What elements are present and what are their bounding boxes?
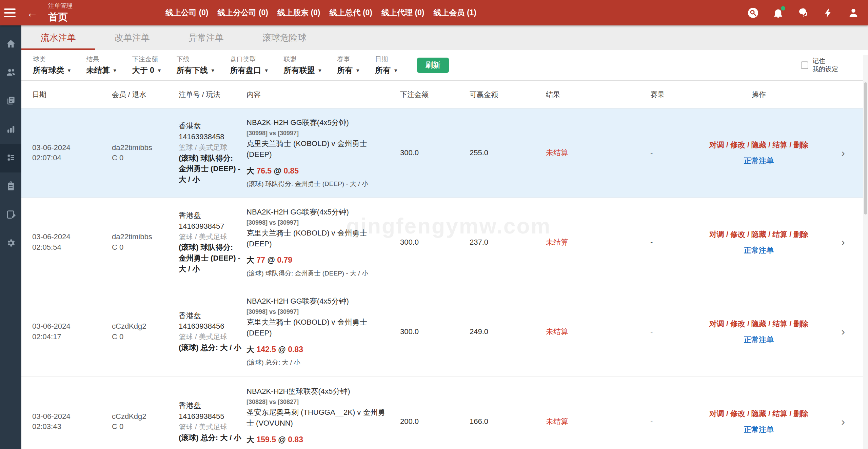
column-header-3: 内容 xyxy=(245,90,394,99)
sidebar-item-book-edit[interactable] xyxy=(0,201,21,229)
notification-dot xyxy=(781,6,785,11)
action-normal-bet[interactable]: 正常注单 xyxy=(744,155,774,166)
action-修改[interactable]: 修改 xyxy=(730,141,745,149)
bell-icon[interactable] xyxy=(772,7,784,19)
action-结算[interactable]: 结算 xyxy=(772,141,787,149)
sidebar-item-gear[interactable] xyxy=(0,229,21,258)
action-对调[interactable]: 对调 xyxy=(709,409,724,418)
search-icon[interactable] xyxy=(747,7,759,19)
nav-item-3[interactable]: 线上总代 (0) xyxy=(330,7,373,18)
column-header-4: 下注金额 xyxy=(394,90,466,99)
action-对调[interactable]: 对调 xyxy=(709,230,724,239)
row-expand-chevron[interactable]: › xyxy=(818,147,868,159)
action-修改[interactable]: 修改 xyxy=(730,320,745,328)
bet-content: NBA2K-H2H GG联赛(4x5分钟) [30998] vs [30997]… xyxy=(245,287,394,376)
row-actions: 对调/修改/隐藏/结算/删除正常注单 xyxy=(699,139,818,166)
win-amount: 249.0 xyxy=(466,327,537,336)
column-header-8: 操作 xyxy=(699,90,818,99)
action-隐藏[interactable]: 隐藏 xyxy=(751,320,766,328)
chat-icon[interactable] xyxy=(797,7,809,19)
hamburger-menu-icon[interactable] xyxy=(4,8,16,17)
stake-amount: 200.0 xyxy=(394,417,466,426)
tab-bar: 流水注单改单注单异常注单滚球危险球 xyxy=(21,25,868,50)
action-删除[interactable]: 删除 xyxy=(793,409,808,418)
filter-7[interactable]: 日期 所有▼ xyxy=(375,55,398,76)
win-amount: 237.0 xyxy=(466,238,537,247)
filter-2[interactable]: 下注金额 大于 0▼ xyxy=(132,55,162,76)
users-icon xyxy=(6,67,16,79)
filter-4[interactable]: 盘口类型 所有盘口▼ xyxy=(230,55,269,76)
action-隐藏[interactable]: 隐藏 xyxy=(751,409,766,418)
match-score: - xyxy=(625,238,699,247)
gear-icon xyxy=(6,238,16,249)
bet-date: 03-06-202402:07:04 xyxy=(21,143,106,164)
filter-5[interactable]: 联盟 所有联盟▼ xyxy=(283,55,322,76)
sidebar-item-ballot[interactable] xyxy=(0,144,21,172)
action-隐藏[interactable]: 隐藏 xyxy=(751,230,766,239)
tab-0[interactable]: 流水注单 xyxy=(21,25,95,50)
breadcrumb: 注单管理 xyxy=(48,2,73,10)
flash-icon[interactable] xyxy=(823,7,834,19)
bets-table: 日期会员 / 退水注单号 / 玩法内容下注金额可赢金额结果赛果操作 03-06-… xyxy=(21,81,868,449)
sidebar-item-copy[interactable] xyxy=(0,87,21,116)
action-隐藏[interactable]: 隐藏 xyxy=(751,141,766,149)
result-status: 未结算 xyxy=(537,148,625,158)
win-amount: 255.0 xyxy=(466,148,537,157)
chevron-down-icon: ▼ xyxy=(211,68,215,73)
row-expand-chevron[interactable]: › xyxy=(818,415,868,428)
action-对调[interactable]: 对调 xyxy=(709,141,724,149)
column-header-6: 结果 xyxy=(537,90,625,99)
scrollbar-thumb[interactable] xyxy=(864,82,867,215)
action-修改[interactable]: 修改 xyxy=(730,230,745,239)
back-arrow-icon[interactable]: ← xyxy=(26,7,38,19)
action-结算[interactable]: 结算 xyxy=(772,409,787,418)
bet-date: 03-06-202402:05:54 xyxy=(21,232,106,253)
action-normal-bet[interactable]: 正常注单 xyxy=(744,245,774,256)
table-header-row: 日期会员 / 退水注单号 / 玩法内容下注金额可赢金额结果赛果操作 xyxy=(21,81,868,108)
action-删除[interactable]: 删除 xyxy=(793,230,808,239)
action-结算[interactable]: 结算 xyxy=(772,320,787,328)
match-score: - xyxy=(625,417,699,426)
action-normal-bet[interactable]: 正常注单 xyxy=(744,334,774,345)
action-删除[interactable]: 删除 xyxy=(793,320,808,328)
filter-1[interactable]: 结果 未结算▼ xyxy=(86,55,117,76)
bet-content: NBA2K-H2H GG联赛(4x5分钟) [30998] vs [30997]… xyxy=(245,198,394,287)
bet-date: 03-06-202402:03:43 xyxy=(21,411,106,432)
filter-3[interactable]: 下线 所有下线▼ xyxy=(177,55,215,76)
action-删除[interactable]: 删除 xyxy=(793,141,808,149)
column-header-5: 可赢金额 xyxy=(466,90,537,99)
nav-item-1[interactable]: 线上分公司 (0) xyxy=(218,7,269,18)
sidebar-item-users[interactable] xyxy=(0,59,21,87)
chevron-down-icon: ▼ xyxy=(157,68,162,73)
refresh-button[interactable]: 刷新 xyxy=(417,58,449,73)
sidebar-item-clipboard[interactable] xyxy=(0,172,21,201)
match-score: - xyxy=(625,327,699,336)
tab-3[interactable]: 滚球危险球 xyxy=(243,25,326,50)
tab-1[interactable]: 改单注单 xyxy=(95,25,169,50)
nav-item-0[interactable]: 线上公司 (0) xyxy=(165,7,209,18)
sidebar-item-home[interactable] xyxy=(0,30,21,59)
filter-6[interactable]: 赛事 所有▼ xyxy=(337,55,360,76)
action-结算[interactable]: 结算 xyxy=(772,230,787,239)
column-header-1: 会员 / 退水 xyxy=(106,90,177,99)
row-expand-chevron[interactable]: › xyxy=(818,325,868,338)
tab-2[interactable]: 异常注单 xyxy=(169,25,243,50)
row-expand-chevron[interactable]: › xyxy=(818,236,868,248)
nav-item-4[interactable]: 线上代理 (0) xyxy=(381,7,425,18)
row-actions: 对调/修改/隐藏/结算/删除正常注单 xyxy=(699,318,818,345)
action-修改[interactable]: 修改 xyxy=(730,409,745,418)
nav-item-5[interactable]: 线上会员 (1) xyxy=(434,7,477,18)
result-status: 未结算 xyxy=(537,237,625,247)
page-title: 首页 xyxy=(48,11,73,24)
chevron-down-icon: ▼ xyxy=(393,68,398,73)
remember-checkbox[interactable] xyxy=(801,61,808,69)
action-normal-bet[interactable]: 正常注单 xyxy=(744,424,774,435)
sidebar-item-chart[interactable] xyxy=(0,116,21,144)
scrollbar[interactable] xyxy=(863,55,868,449)
filter-0[interactable]: 球类 所有球类▼ xyxy=(33,55,72,76)
nav-item-2[interactable]: 线上股东 (0) xyxy=(277,7,320,18)
bet-number-play: 香港盘 14163938456 篮球 / 美式足球 (滚球) 总分: 大 / 小 xyxy=(177,302,245,362)
account-icon[interactable] xyxy=(848,7,859,19)
main-content: 流水注单改单注单异常注单滚球危险球 球类 所有球类▼ 结果 未结算▼ 下注金额 … xyxy=(21,25,868,449)
action-对调[interactable]: 对调 xyxy=(709,320,724,328)
